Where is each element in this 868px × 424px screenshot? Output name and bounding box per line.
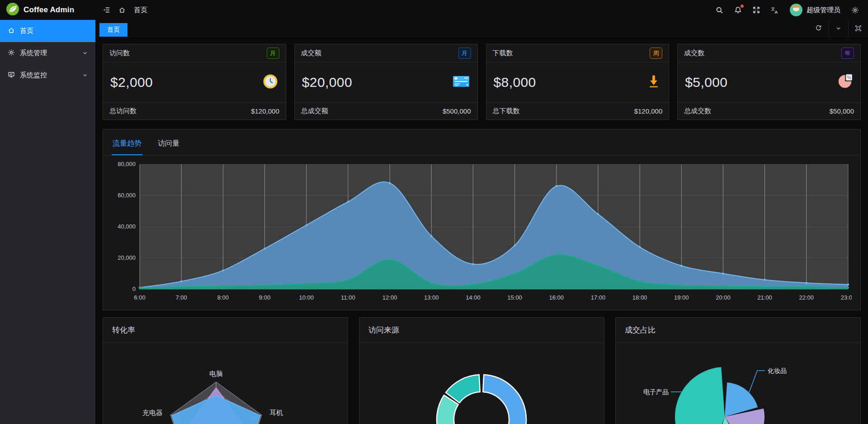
period-badge: 周	[650, 48, 662, 59]
app-logo: Coffee Admin	[0, 0, 95, 20]
svg-text:0: 0	[132, 286, 136, 292]
svg-text:14:00: 14:00	[466, 294, 481, 301]
gear-icon	[8, 49, 15, 57]
stat-footer-value: $500,000	[443, 107, 471, 115]
chevron-down-icon	[82, 49, 88, 57]
stat-value: $8,000	[494, 75, 536, 90]
svg-text:21:00: 21:00	[757, 294, 772, 301]
svg-text:18:00: 18:00	[632, 294, 647, 301]
home-icon	[8, 27, 15, 35]
svg-text:6:00: 6:00	[134, 294, 145, 301]
main-content: 访问数 月 $2,000 总访问数 $120,000 成	[95, 37, 868, 424]
stats-row: 访问数 月 $2,000 总访问数 $120,000 成	[103, 44, 861, 120]
bell-icon[interactable]	[734, 6, 742, 14]
tab-home[interactable]: 首页	[99, 23, 127, 37]
stat-value: $2,000	[110, 75, 153, 90]
conversion-panel: 转化率 电脑耳机充电器	[103, 317, 348, 424]
svg-text:23:00: 23:00	[841, 294, 852, 301]
sidebar-item-label: 首页	[20, 27, 33, 35]
leaf-logo-icon	[6, 2, 19, 18]
svg-text:16:00: 16:00	[549, 294, 564, 301]
home-icon[interactable]	[118, 6, 126, 14]
search-icon[interactable]	[716, 6, 723, 14]
svg-text:A: A	[774, 9, 778, 14]
breadcrumb: 首页	[103, 6, 147, 14]
menu-fold-icon[interactable]	[103, 6, 110, 14]
stat-footer-value: $50,000	[830, 107, 854, 115]
sidebar-item-home[interactable]: 首页	[0, 20, 95, 42]
sidebar: 首页 系统管理 系统监控	[0, 20, 95, 424]
sidebar-item-label: 系统监控	[20, 71, 47, 80]
stat-footer-label: 总访问数	[109, 107, 137, 115]
deals-panel: 成交占比 化妆品电子产品	[615, 317, 861, 424]
navbar-actions: 文 A 超级管理员	[716, 4, 868, 16]
sources-donut-chart	[359, 343, 604, 424]
conversion-radar-chart: 电脑耳机充电器	[103, 343, 347, 424]
sources-panel: 访问来源	[359, 317, 604, 424]
stat-footer-label: 总成交额	[301, 107, 328, 115]
stat-title: 下载数	[493, 49, 513, 57]
gear-icon[interactable]	[851, 6, 859, 14]
notification-badge	[741, 5, 744, 8]
sidebar-item-label: 系统管理	[20, 49, 47, 57]
panel-title: 访问来源	[359, 318, 604, 343]
svg-text:20,000: 20,000	[118, 254, 136, 261]
translate-icon[interactable]: 文 A	[771, 6, 779, 14]
svg-text:11:00: 11:00	[341, 294, 355, 301]
tab-visits[interactable]: 访问量	[158, 139, 179, 155]
user-menu[interactable]: 超级管理员	[790, 4, 840, 16]
svg-text:13:00: 13:00	[424, 294, 439, 301]
tabs-bar: 首页	[95, 20, 868, 37]
chevron-down-icon	[82, 71, 88, 79]
maximize-icon[interactable]	[848, 20, 868, 37]
panel-title: 成交占比	[616, 318, 860, 343]
stat-footer-label: 总成交数	[684, 107, 711, 115]
svg-text:充电器: 充电器	[142, 409, 163, 416]
svg-text:22:00: 22:00	[799, 294, 814, 301]
svg-text:12:00: 12:00	[382, 294, 397, 301]
tab-tools	[808, 20, 868, 37]
traffic-trend-card: 流量趋势 访问量 020,00040,00060,00080,0006:007:…	[103, 129, 861, 310]
credit-card-icon	[452, 75, 470, 90]
svg-text:7:00: 7:00	[176, 294, 187, 301]
stat-value: $5,000	[685, 75, 727, 90]
period-badge: 月	[267, 48, 279, 59]
svg-text:电脑: 电脑	[209, 370, 223, 377]
svg-text:8:00: 8:00	[217, 294, 229, 301]
svg-text:20:00: 20:00	[716, 294, 731, 301]
stat-title: 访问数	[109, 49, 130, 57]
sidebar-item-system-monitor[interactable]: 系统监控	[0, 64, 95, 86]
avatar	[790, 4, 802, 16]
pie-icon: %	[837, 73, 853, 91]
clock-icon	[262, 73, 278, 91]
traffic-area-chart: 020,00040,00060,00080,0006:007:008:009:0…	[112, 161, 852, 305]
tab-traffic-trend[interactable]: 流量趋势	[113, 139, 142, 155]
refresh-icon[interactable]	[808, 20, 828, 37]
stat-value: $20,000	[302, 75, 352, 90]
svg-text:9:00: 9:00	[259, 294, 270, 301]
stat-card-turnover: 成交额 月 $20,000	[294, 44, 478, 120]
app-title: Coffee Admin	[24, 5, 74, 14]
trend-tabs: 流量趋势 访问量	[103, 129, 860, 156]
breadcrumb-home[interactable]: 首页	[134, 6, 147, 14]
svg-text:%: %	[847, 75, 851, 80]
svg-text:电子产品: 电子产品	[643, 388, 669, 395]
chevron-down-icon[interactable]	[828, 20, 848, 37]
svg-text:化妆品: 化妆品	[768, 367, 787, 374]
svg-text:80,000: 80,000	[118, 161, 136, 167]
monitor-icon	[8, 71, 15, 80]
download-icon	[646, 74, 661, 91]
username: 超级管理员	[807, 6, 840, 14]
period-badge: 月	[458, 48, 471, 59]
stat-footer-value: $120,000	[634, 107, 663, 115]
deals-pie-chart: 化妆品电子产品	[616, 343, 860, 424]
svg-text:10:00: 10:00	[299, 294, 314, 301]
svg-text:15:00: 15:00	[507, 294, 522, 301]
stat-footer-label: 总下载数	[493, 107, 520, 115]
svg-text:60,000: 60,000	[118, 192, 136, 199]
stat-card-deals: 成交数 年 $5,000 % 总成交数 $50,000	[677, 44, 861, 120]
svg-text:40,000: 40,000	[118, 223, 136, 230]
stat-footer-value: $120,000	[251, 107, 279, 115]
sidebar-item-system-admin[interactable]: 系统管理	[0, 42, 95, 64]
fullscreen-icon[interactable]	[753, 6, 760, 14]
